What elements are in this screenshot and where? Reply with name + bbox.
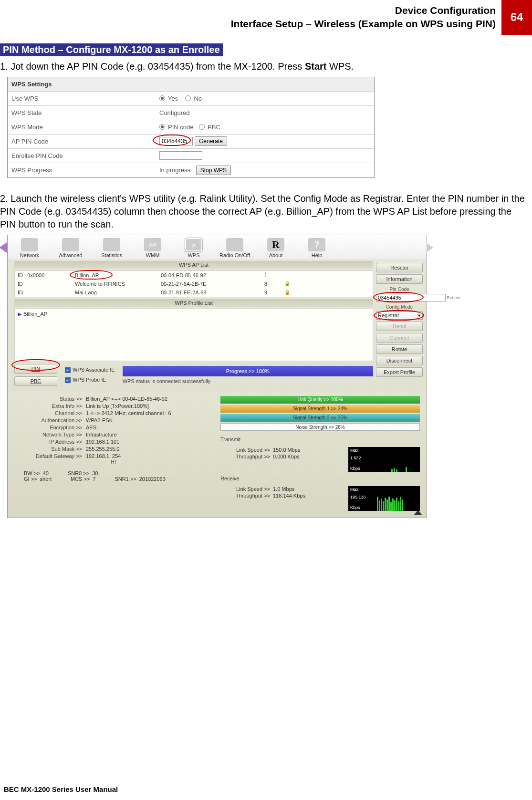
wps-settings-panel: WPS Settings Use WPS Yes No WPS State Co… — [7, 77, 375, 178]
calculator-icon — [103, 238, 120, 251]
rotate-button[interactable]: Rotate — [376, 344, 423, 354]
rescan-button[interactable]: Rescan — [376, 263, 423, 272]
wps-progress-value: In progress — [159, 166, 190, 174]
noise-strength-bar: Noise Strength >> 26% — [220, 423, 420, 431]
config-mode-select[interactable]: Registrar ▾ — [376, 312, 423, 320]
transmit-graph: Max 1.632 Kbps — [348, 447, 420, 472]
gear-icon — [62, 238, 79, 251]
pbc-button[interactable]: PBC — [14, 376, 57, 386]
wps-state-value: Configured — [156, 107, 374, 118]
profile-list-title: WPS Profile List — [14, 299, 373, 307]
ralink-toolbar: Network Advanced Statistics QoSWMM ⟳WPS … — [8, 235, 427, 259]
nav-advanced[interactable]: Advanced — [52, 238, 89, 258]
wps-probe-checkbox[interactable]: ✓ — [65, 377, 71, 383]
about-icon: R — [267, 238, 284, 251]
link-quality-bar: Link Quality >> 100% — [220, 396, 420, 404]
nav-statistics[interactable]: Statistics — [94, 238, 130, 258]
profile-marker-icon: ▶ — [18, 311, 21, 317]
signal-strength-2-bar: Signal Strength 2 >> 35% — [220, 414, 420, 422]
header-line2: Interface Setup – Wireless (Example on W… — [0, 17, 496, 31]
use-wps-yes-radio[interactable] — [159, 95, 165, 101]
receive-graph: Max 195.136 Kbps — [348, 486, 420, 511]
information-button[interactable]: Information — [376, 274, 423, 284]
connect-button[interactable]: Connect — [376, 333, 423, 343]
wps-settings-heading: WPS Settings — [8, 78, 156, 90]
detail-button[interactable]: Detail — [376, 322, 423, 331]
use-wps-no-radio[interactable] — [185, 95, 191, 101]
nav-wmm[interactable]: QoSWMM — [135, 238, 171, 258]
signal-strength-1-bar: Signal Strength 1 >> 24% — [220, 405, 420, 413]
wps-ap-list[interactable]: ID : 0x0000 Billion_AP 00-04-ED-85-46-92… — [14, 270, 373, 297]
footer-text: BEC MX-1200 Series User Manual — [4, 785, 118, 793]
config-mode-label: Config Mode — [376, 304, 423, 310]
nav-about[interactable]: RAbout — [258, 238, 294, 258]
nav-radio[interactable]: Radio On/Off — [217, 238, 253, 258]
ap-pin-label: AP PIN Code — [8, 135, 156, 147]
wps-mode-pbc-radio[interactable] — [199, 124, 205, 130]
header-title: Device Configuration Interface Setup – W… — [0, 0, 501, 35]
wps-mode-pin-radio[interactable] — [159, 124, 165, 130]
wps-progress-label: WPS Progress — [8, 164, 156, 176]
ap-row: ID : 0x0000 Billion_AP 00-04-ED-85-46-92… — [15, 271, 373, 280]
pin-button[interactable]: PIN — [14, 364, 57, 374]
ap-row: ID : Mai-Lang 00-21-91-EE-2A-68 9 🔒 — [15, 288, 373, 297]
ap-row: ID : Welcome to RFINICS 00-21-27-6A-2B-7… — [15, 280, 373, 288]
ap-list-title: WPS AP List — [14, 261, 373, 269]
wps-status-text: WPS status is connected successfully — [123, 378, 373, 384]
wps-state-label: WPS State — [8, 107, 156, 119]
nav-wps[interactable]: ⟳WPS — [176, 238, 212, 258]
wps-profile-list[interactable]: ▶Billion_AP — [14, 309, 373, 361]
dropdown-icon: ▾ — [418, 312, 421, 319]
page-header: Device Configuration Interface Setup – W… — [0, 0, 532, 35]
status-pane: Status >>Billion_AP <--> 00-04-ED-85-46-… — [8, 391, 427, 518]
pin-code-input[interactable] — [376, 294, 446, 301]
export-profile-button[interactable]: Export Profile — [376, 367, 423, 377]
renew-link[interactable]: Renew — [447, 295, 460, 300]
step-1-text: 1. Jot down the AP PIN Code (e.g. 034544… — [0, 60, 528, 73]
pin-code-label: Pin Code — [376, 287, 423, 292]
stop-wps-button[interactable]: Stop WPS — [196, 166, 231, 175]
section-title: PIN Method – Configure MX-1200 as an Enr… — [0, 43, 223, 56]
wps-mode-label: WPS Mode — [8, 121, 156, 133]
wps-icon: ⟳ — [185, 238, 202, 251]
enrollee-pin-input[interactable] — [159, 151, 202, 160]
qos-icon: QoS — [144, 238, 161, 251]
nav-help[interactable]: ?Help — [299, 238, 335, 258]
prev-arrow-icon[interactable] — [0, 242, 8, 253]
ralink-utility-window: Network Advanced Statistics QoSWMM ⟳WPS … — [7, 235, 427, 518]
nav-network[interactable]: Network — [11, 238, 48, 258]
help-icon: ? — [308, 238, 325, 251]
step-2-text: 2. Launch the wireless client's WPS util… — [0, 192, 528, 231]
enrollee-pin-label: Enrollee PIN Code — [8, 150, 156, 162]
wps-progress-bar: Progress >> 100% — [123, 366, 373, 376]
disconnect-button[interactable]: Disconnect — [376, 356, 423, 365]
antenna-icon — [226, 238, 243, 251]
page-number-badge: 64 — [501, 0, 532, 35]
router-icon — [21, 238, 38, 251]
generate-button[interactable]: Generate — [195, 136, 227, 146]
wps-associate-checkbox[interactable]: ✓ — [65, 367, 71, 373]
use-wps-label: Use WPS — [8, 93, 156, 104]
header-line1: Device Configuration — [0, 4, 496, 17]
ap-pin-input[interactable] — [159, 137, 193, 145]
